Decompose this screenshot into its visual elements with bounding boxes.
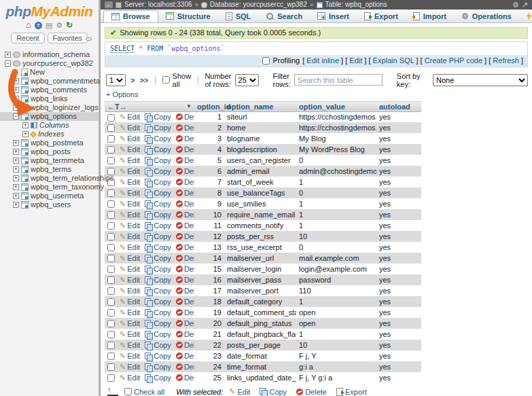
tree-item-yourcpusercc_wp382[interactable]: −yourcpusercc_wp382	[0, 59, 99, 68]
row-copy-link[interactable]: Copy	[145, 167, 171, 175]
expander-icon[interactable]: +	[13, 175, 19, 181]
check-all-checkbox[interactable]	[124, 388, 132, 395]
row-copy-link[interactable]: Copy	[145, 276, 171, 284]
row-checkbox[interactable]	[107, 135, 115, 143]
expander-icon[interactable]: +	[13, 140, 19, 146]
tree-item-columns[interactable]: +Columns	[0, 121, 99, 130]
row-edit-link[interactable]: ✎Edit	[120, 298, 140, 306]
with-selected-export-link[interactable]: Export	[336, 388, 367, 396]
row-checkbox[interactable]	[107, 363, 115, 371]
row-edit-link[interactable]: ✎Edit	[120, 145, 140, 154]
tree-item-wpbq_term_taxonomy[interactable]: +wpbq_term_taxonomy	[0, 183, 99, 192]
tree-item-wpbq_postmeta[interactable]: +wpbq_postmeta	[0, 139, 99, 147]
row-delete-link[interactable]: Delete	[176, 352, 194, 360]
tree-item-information_schema[interactable]: +information_schema	[0, 50, 99, 59]
next-page-button[interactable]: >	[130, 76, 135, 84]
row-checkbox[interactable]	[107, 114, 115, 122]
documentation-icon[interactable]: ▤	[46, 21, 52, 30]
row-checkbox[interactable]	[107, 200, 115, 208]
settings-icon[interactable]: ⚙	[56, 21, 63, 30]
row-edit-link[interactable]: ✎Edit	[120, 319, 140, 327]
page-select[interactable]: 1	[106, 74, 126, 86]
tab-import[interactable]: Import	[406, 10, 454, 22]
row-copy-link[interactable]: Copy	[145, 113, 171, 121]
row-edit-link[interactable]: ✎Edit	[120, 254, 140, 262]
expander-icon[interactable]: +	[13, 87, 19, 93]
row-delete-link[interactable]: Delete	[176, 374, 194, 382]
tree-item-wpbq_termmeta[interactable]: +wpbq_termmeta	[0, 156, 99, 165]
row-copy-link[interactable]: Copy	[145, 341, 171, 349]
row-delete-link[interactable]: Delete	[176, 167, 194, 175]
row-delete-link[interactable]: Delete	[176, 363, 194, 371]
page-settings-icon[interactable]: ⚙	[512, 0, 519, 10]
query-action-link-create-php-code[interactable]: Create PHP code	[423, 56, 485, 65]
tree-item-wpbq_terms[interactable]: +wpbq_terms	[0, 165, 99, 174]
expander-icon[interactable]: +	[5, 52, 11, 58]
row-delete-link[interactable]: Delete	[176, 319, 194, 327]
row-edit-link[interactable]: ✎Edit	[120, 287, 140, 295]
tree-item-wpbq_loginizer_logs[interactable]: +wpbq_loginizer_logs	[0, 103, 99, 112]
row-delete-link[interactable]: Delete	[176, 298, 194, 306]
breadcrumb-server[interactable]: Server: localhost:3306	[124, 0, 192, 10]
row-delete-link[interactable]: Delete	[176, 189, 194, 197]
row-copy-link[interactable]: Copy	[145, 374, 171, 382]
expander-icon[interactable]: +	[13, 202, 19, 208]
tab-operations[interactable]: ⚙Operations	[454, 10, 519, 22]
row-checkbox[interactable]	[107, 276, 115, 284]
row-edit-link[interactable]: ✎Edit	[120, 374, 140, 382]
tree-item-wpbq_usermeta[interactable]: +wpbq_usermeta	[0, 192, 99, 200]
tab-search[interactable]: Search	[258, 10, 310, 22]
row-delete-link[interactable]: Delete	[176, 178, 194, 186]
row-delete-link[interactable]: Delete	[176, 145, 194, 154]
with-selected-copy-link[interactable]: Copy	[260, 388, 287, 396]
row-copy-link[interactable]: Copy	[145, 243, 171, 251]
tab-triggers[interactable]: Triggers	[519, 10, 532, 22]
column-reorder-icon[interactable]: ←T→	[107, 103, 127, 111]
query-action-link-explain-sql[interactable]: Explain SQL	[371, 56, 416, 65]
row-checkbox[interactable]	[107, 353, 115, 360]
row-delete-link[interactable]: Delete	[176, 134, 194, 143]
row-copy-link[interactable]: Copy	[145, 134, 171, 143]
row-checkbox[interactable]	[107, 342, 115, 349]
row-delete-link[interactable]: Delete	[176, 113, 194, 121]
row-delete-link[interactable]: Delete	[176, 276, 194, 284]
expander-icon[interactable]: +	[13, 166, 19, 173]
row-delete-link[interactable]: Delete	[176, 308, 194, 317]
column-header-option_name[interactable]: option_name	[224, 101, 296, 111]
tab-structure[interactable]: Structure	[158, 10, 218, 22]
tree-item-new[interactable]: New	[0, 68, 99, 77]
expander-icon[interactable]: +	[13, 78, 19, 84]
tree-item-wpbq_users[interactable]: +wpbq_users	[0, 200, 99, 209]
expander-icon[interactable]: −	[13, 113, 19, 120]
row-edit-link[interactable]: ✎Edit	[120, 200, 140, 208]
filter-rows-input[interactable]	[294, 74, 383, 86]
number-of-rows-select[interactable]: 25	[235, 74, 259, 86]
query-action-link-edit[interactable]: Edit	[347, 56, 364, 65]
row-copy-link[interactable]: Copy	[145, 189, 171, 197]
sort-descending-icon[interactable]: ▼	[186, 103, 192, 109]
row-edit-link[interactable]: ✎Edit	[120, 308, 140, 317]
row-checkbox[interactable]	[107, 211, 115, 219]
row-copy-link[interactable]: Copy	[145, 319, 171, 327]
row-copy-link[interactable]: Copy	[145, 145, 171, 154]
breadcrumb-database[interactable]: Database: yourcpusercc_wp382	[210, 0, 307, 10]
row-edit-link[interactable]: ✎Edit	[120, 232, 140, 240]
profiling-checkbox[interactable]	[262, 57, 270, 65]
show-all-checkbox[interactable]	[162, 76, 170, 84]
tab-browse[interactable]: Browse	[103, 10, 158, 22]
with-selected-edit-link[interactable]: ✎Edit	[229, 388, 250, 396]
row-delete-link[interactable]: Delete	[176, 254, 194, 262]
sql-keyword-select[interactable]: SELECT	[110, 45, 135, 53]
breadcrumb-table[interactable]: Table: wpbq_options	[325, 0, 387, 10]
row-copy-link[interactable]: Copy	[145, 363, 171, 371]
row-copy-link[interactable]: Copy	[145, 124, 171, 132]
column-header-option_value[interactable]: option_value	[296, 101, 376, 111]
column-header-option_id[interactable]: option_id	[194, 101, 224, 111]
row-checkbox[interactable]	[107, 331, 115, 338]
phpmyadmin-logo[interactable]: phpMyAdmin	[0, 0, 99, 20]
row-delete-link[interactable]: Delete	[176, 124, 194, 132]
row-checkbox[interactable]	[107, 124, 115, 132]
expander-icon[interactable]: +	[22, 122, 29, 128]
row-delete-link[interactable]: Delete	[176, 232, 194, 240]
row-edit-link[interactable]: ✎Edit	[120, 330, 140, 338]
